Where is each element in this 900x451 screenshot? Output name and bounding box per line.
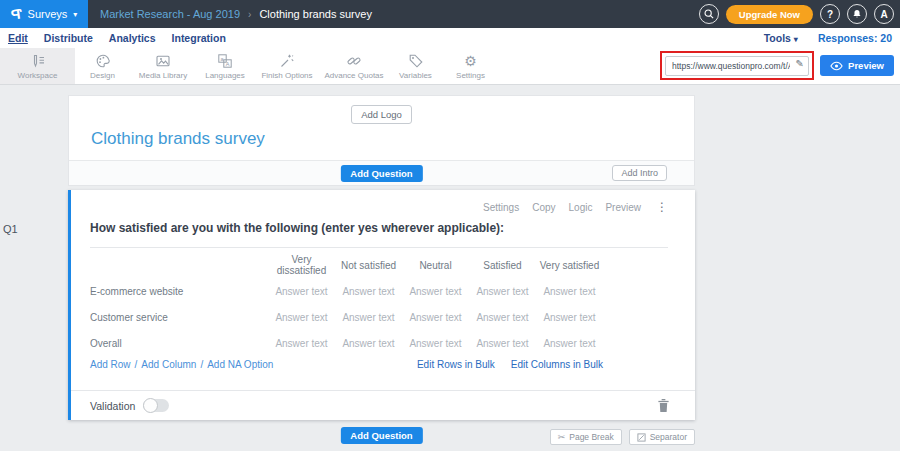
add-logo-button[interactable]: Add Logo — [351, 105, 412, 124]
toolbar-item-languages[interactable]: aA Languages — [196, 48, 254, 84]
tab-distribute[interactable]: Distribute — [44, 32, 93, 44]
question-logic-link[interactable]: Logic — [569, 202, 593, 213]
answer-cell[interactable]: Answer text — [402, 286, 469, 297]
column-header[interactable]: Neutral — [402, 260, 469, 271]
answer-cell[interactable]: Answer text — [469, 312, 536, 323]
preview-button[interactable]: Preview — [820, 55, 894, 76]
column-header[interactable]: Very dissatisfied — [268, 254, 335, 276]
bulk-links: Edit Rows in Bulk Edit Columns in Bulk — [417, 359, 603, 370]
add-column-link[interactable]: Add Column — [141, 359, 196, 370]
share-url-field-wrap: ✎ — [665, 55, 809, 76]
row-label[interactable]: Customer service — [90, 312, 268, 323]
surveys-product-menu[interactable]: Ƥ Surveys ▾ — [0, 0, 88, 28]
notifications-button[interactable] — [847, 4, 867, 24]
question-preview-link[interactable]: Preview — [605, 202, 641, 213]
answer-cell[interactable]: Answer text — [335, 286, 402, 297]
toggle-knob — [143, 398, 158, 413]
breadcrumb: Market Research - Aug 2019 › Clothing br… — [100, 8, 372, 20]
question-text[interactable]: How satisfied are you with the following… — [90, 221, 668, 248]
toolbar-item-workspace[interactable]: Workspace — [0, 48, 75, 84]
answer-cell[interactable]: Answer text — [268, 338, 335, 349]
breadcrumb-separator: › — [248, 9, 251, 20]
question-number-label: Q1 — [3, 223, 18, 235]
gear-icon: ⚙ — [464, 53, 477, 69]
separator-button[interactable]: Separator — [629, 429, 695, 445]
nav-tabs: Edit Distribute Analytics Integration — [8, 32, 226, 44]
share-url-input[interactable] — [665, 56, 809, 76]
add-question-button-top[interactable]: Add Question — [340, 165, 422, 182]
page-break-button[interactable]: ✂ Page Break — [550, 429, 622, 445]
toolbar-item-variables[interactable]: Variables — [388, 48, 443, 84]
survey-title[interactable]: Clothing brands survey — [91, 129, 265, 149]
answer-cell[interactable]: Answer text — [469, 286, 536, 297]
tab-analytics[interactable]: Analytics — [109, 32, 156, 44]
link-separator: / — [200, 359, 203, 370]
answer-cell[interactable]: Answer text — [469, 338, 536, 349]
matrix-row: Customer service Answer text Answer text… — [90, 304, 695, 330]
row-label[interactable]: Overall — [90, 338, 268, 349]
answer-cell[interactable]: Answer text — [536, 286, 603, 297]
magic-wand-icon — [279, 53, 295, 69]
add-links: Add Row / Add Column / Add NA Option — [90, 359, 273, 370]
column-header[interactable]: Not satisfied — [335, 260, 402, 271]
answer-cell[interactable]: Answer text — [268, 312, 335, 323]
tab-integration[interactable]: Integration — [172, 32, 226, 44]
chevron-down-icon: ▾ — [794, 35, 798, 44]
toolbar-item-advance-quotas[interactable]: Advance Quotas — [320, 48, 388, 84]
add-question-button-bottom[interactable]: Add Question — [340, 427, 422, 444]
add-intro-button[interactable]: Add Intro — [612, 165, 667, 181]
answer-cell[interactable]: Answer text — [335, 312, 402, 323]
delete-question-button[interactable] — [657, 398, 670, 414]
answer-cell[interactable]: Answer text — [536, 312, 603, 323]
responses-count-link[interactable]: Responses: 20 — [818, 32, 892, 44]
answer-cell[interactable]: Answer text — [335, 338, 402, 349]
section-navbar: Edit Distribute Analytics Integration To… — [0, 28, 900, 48]
toolbar-item-settings[interactable]: ⚙ Settings — [443, 48, 498, 84]
validation-label: Validation — [90, 400, 135, 412]
avatar-initial: A — [880, 9, 887, 20]
validation-toggle[interactable] — [143, 399, 169, 412]
matrix-row: E-commerce website Answer text Answer te… — [90, 278, 695, 304]
upgrade-now-button[interactable]: Upgrade Now — [726, 5, 813, 24]
add-na-option-link[interactable]: Add NA Option — [207, 359, 273, 370]
separator-icon — [637, 433, 646, 442]
add-row-link[interactable]: Add Row — [90, 359, 131, 370]
question-mark-icon: ? — [827, 9, 833, 20]
edit-url-pencil-icon[interactable]: ✎ — [796, 58, 804, 69]
more-options-icon[interactable]: ⋮ — [656, 200, 668, 214]
footer-right-buttons: ✂ Page Break Separator — [550, 429, 695, 445]
matrix-table: Very dissatisfied Not satisfied Neutral … — [90, 252, 695, 356]
edit-rows-in-bulk-link[interactable]: Edit Rows in Bulk — [417, 359, 495, 370]
answer-cell[interactable]: Answer text — [536, 338, 603, 349]
chain-link-icon — [346, 53, 362, 69]
tab-edit[interactable]: Edit — [8, 32, 28, 44]
breadcrumb-folder-link[interactable]: Market Research - Aug 2019 — [100, 8, 240, 20]
question-settings-link[interactable]: Settings — [483, 202, 519, 213]
answer-cell[interactable]: Answer text — [402, 338, 469, 349]
questionpro-logo-icon: Ƥ — [10, 5, 23, 22]
question-copy-link[interactable]: Copy — [532, 202, 555, 213]
answer-cell[interactable]: Answer text — [268, 286, 335, 297]
help-button[interactable]: ? — [820, 4, 840, 24]
toolbar-item-design[interactable]: Design — [75, 48, 130, 84]
edit-columns-in-bulk-link[interactable]: Edit Columns in Bulk — [511, 359, 603, 370]
toolbar-item-finish-options[interactable]: Finish Options — [254, 48, 320, 84]
matrix-header-row: Very dissatisfied Not satisfied Neutral … — [90, 252, 695, 278]
topbar: Ƥ Surveys ▾ Market Research - Aug 2019 ›… — [0, 0, 900, 28]
account-avatar[interactable]: A — [874, 4, 894, 24]
column-header[interactable]: Satisfied — [469, 260, 536, 271]
toolbar-item-media-library[interactable]: Media Library — [130, 48, 196, 84]
question-menu: Settings Copy Logic Preview ⋮ — [71, 190, 695, 214]
column-header[interactable]: Very satisfied — [536, 260, 603, 271]
breadcrumb-survey-name: Clothing brands survey — [259, 8, 372, 20]
answer-cell[interactable]: Answer text — [402, 312, 469, 323]
search-button[interactable] — [699, 4, 719, 24]
add-block-strip: Add Question ✂ Page Break Separator — [68, 425, 695, 449]
tools-dropdown[interactable]: Tools ▾ — [764, 32, 798, 44]
image-icon — [155, 53, 171, 69]
palette-icon — [95, 53, 111, 69]
nav-right: Tools ▾ Responses: 20 — [764, 32, 892, 44]
validation-row: Validation — [71, 390, 695, 420]
survey-header-strip: Add Question Add Intro — [69, 160, 694, 185]
row-label[interactable]: E-commerce website — [90, 286, 268, 297]
